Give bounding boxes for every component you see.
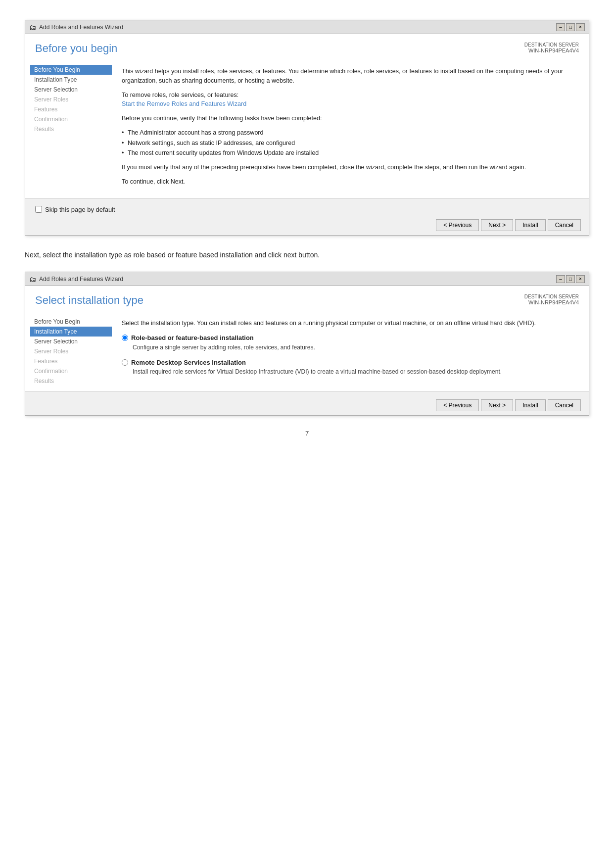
previous-button-2[interactable]: < Previous bbox=[436, 399, 479, 411]
wizard-body-1: Before you begin DESTINATION SERVER WIN-… bbox=[25, 34, 589, 235]
between-text: Next, select the installation type as ro… bbox=[25, 249, 589, 261]
titlebar-2: 🗂 Add Roles and Features Wizard – □ × bbox=[25, 272, 589, 286]
sidebar-item-installation-type-2[interactable]: Installation Type bbox=[30, 327, 112, 337]
skip-row: Skip this page by default bbox=[35, 203, 581, 217]
radio-label-2: Remote Desktop Services installation bbox=[131, 358, 246, 368]
radio-row-2: Remote Desktop Services installation bbox=[122, 358, 579, 368]
next-button-1[interactable]: Next > bbox=[481, 219, 513, 231]
footer-inner-1: Skip this page by default < Previous Nex… bbox=[33, 203, 581, 231]
minimize-button-1[interactable]: – bbox=[556, 23, 565, 31]
main-content-1: This wizard helps you install roles, rol… bbox=[112, 60, 589, 198]
page-title-1: Before you begin bbox=[35, 42, 117, 55]
close-button-2[interactable]: × bbox=[576, 275, 585, 283]
next-button-2[interactable]: Next > bbox=[481, 399, 513, 411]
destination-info-1: DESTINATION SERVER WIN-NRP94PEA4V4 bbox=[524, 42, 579, 53]
sidebar-item-results-2: Results bbox=[30, 376, 112, 386]
list-item: The Administrator account has a strong p… bbox=[122, 128, 579, 138]
footer-buttons-2: < Previous Next > Install Cancel bbox=[33, 395, 581, 411]
sidebar-1: Before You Begin Installation Type Serve… bbox=[25, 60, 112, 198]
cancel-button-1[interactable]: Cancel bbox=[548, 219, 581, 231]
sidebar-item-before-you-begin-1[interactable]: Before You Begin bbox=[30, 65, 112, 75]
remove-roles-link[interactable]: Start the Remove Roles and Features Wiza… bbox=[122, 100, 246, 107]
footer-inner-2: < Previous Next > Install Cancel bbox=[33, 395, 581, 411]
sidebar-item-results-1: Results bbox=[30, 124, 112, 134]
sidebar-item-confirmation-1: Confirmation bbox=[30, 114, 112, 124]
wizard-body-2: Select installation type DESTINATION SER… bbox=[25, 286, 589, 415]
sidebar-item-installation-type-1[interactable]: Installation Type bbox=[30, 75, 112, 85]
prerequisites-list: The Administrator account has a strong p… bbox=[122, 128, 579, 158]
page-title-2: Select installation type bbox=[35, 294, 143, 307]
window-title-2: Add Roles and Features Wizard bbox=[39, 276, 123, 283]
titlebar-1: 🗂 Add Roles and Features Wizard – □ × bbox=[25, 20, 589, 34]
radio-role-based[interactable] bbox=[122, 335, 128, 341]
skip-checkbox[interactable] bbox=[35, 206, 42, 213]
list-item: Network settings, such as static IP addr… bbox=[122, 139, 579, 148]
window-title-1: Add Roles and Features Wizard bbox=[39, 24, 123, 31]
content-wrapper-2: Before You Begin Installation Type Serve… bbox=[25, 312, 589, 391]
sidebar-item-server-selection-2[interactable]: Server Selection bbox=[30, 337, 112, 346]
sidebar-item-server-selection-1[interactable]: Server Selection bbox=[30, 85, 112, 95]
radio-label-1: Role-based or feature-based installation bbox=[131, 333, 254, 343]
sidebar-2: Before You Begin Installation Type Serve… bbox=[25, 312, 112, 391]
sidebar-item-before-you-begin-2[interactable]: Before You Begin bbox=[30, 317, 112, 327]
page-number: 7 bbox=[25, 430, 589, 437]
sidebar-item-features-1: Features bbox=[30, 104, 112, 114]
content-para4-1: If you must verify that any of the prece… bbox=[122, 163, 579, 172]
close-button-1[interactable]: × bbox=[576, 23, 585, 31]
wizard-window-1: 🗂 Add Roles and Features Wizard – □ × Be… bbox=[25, 20, 589, 236]
titlebar-controls-2: – □ × bbox=[556, 275, 585, 283]
content-para1-2: Select the installation type. You can in… bbox=[122, 319, 579, 328]
wizard-footer-1: Skip this page by default < Previous Nex… bbox=[25, 198, 589, 235]
wizard-icon: 🗂 bbox=[29, 23, 36, 31]
sidebar-item-server-roles-2: Server Roles bbox=[30, 346, 112, 356]
wizard-header-2: Select installation type DESTINATION SER… bbox=[25, 286, 589, 312]
radio-row-1: Role-based or feature-based installation bbox=[122, 333, 579, 343]
wizard-icon-2: 🗂 bbox=[29, 275, 36, 283]
destination-info-2: DESTINATION SERVER WIN-NRP94PEA4V4 bbox=[524, 294, 579, 305]
maximize-button-2[interactable]: □ bbox=[566, 275, 575, 283]
radio-remote-desktop[interactable] bbox=[122, 359, 128, 366]
maximize-button-1[interactable]: □ bbox=[566, 23, 575, 31]
sidebar-item-server-roles-1: Server Roles bbox=[30, 95, 112, 104]
radio-option-1: Role-based or feature-based installation… bbox=[122, 333, 579, 352]
wizard-header-1: Before you begin DESTINATION SERVER WIN-… bbox=[25, 34, 589, 60]
radio-desc-2: Install required role services for Virtu… bbox=[133, 367, 579, 376]
content-para3-1: Before you continue, verify that the fol… bbox=[122, 114, 579, 123]
content-para2-1: To remove roles, role services, or featu… bbox=[122, 91, 579, 109]
install-button-2[interactable]: Install bbox=[515, 399, 545, 411]
radio-option-2: Remote Desktop Services installation Ins… bbox=[122, 358, 579, 377]
cancel-button-2[interactable]: Cancel bbox=[548, 399, 581, 411]
titlebar-controls-1: – □ × bbox=[556, 23, 585, 31]
sidebar-item-confirmation-2: Confirmation bbox=[30, 366, 112, 376]
list-item: The most current security updates from W… bbox=[122, 148, 579, 158]
skip-label: Skip this page by default bbox=[45, 206, 115, 213]
install-button-1[interactable]: Install bbox=[515, 219, 545, 231]
main-content-2: Select the installation type. You can in… bbox=[112, 312, 589, 391]
content-para1-1: This wizard helps you install roles, rol… bbox=[122, 67, 579, 86]
previous-button-1[interactable]: < Previous bbox=[436, 219, 479, 231]
radio-desc-1: Configure a single server by adding role… bbox=[133, 343, 579, 352]
sidebar-item-features-2: Features bbox=[30, 356, 112, 366]
content-wrapper-1: Before You Begin Installation Type Serve… bbox=[25, 60, 589, 198]
wizard-footer-2: < Previous Next > Install Cancel bbox=[25, 391, 589, 415]
footer-buttons-1: < Previous Next > Install Cancel bbox=[33, 217, 581, 231]
minimize-button-2[interactable]: – bbox=[556, 275, 565, 283]
content-para5-1: To continue, click Next. bbox=[122, 177, 579, 187]
wizard-window-2: 🗂 Add Roles and Features Wizard – □ × Se… bbox=[25, 272, 589, 416]
